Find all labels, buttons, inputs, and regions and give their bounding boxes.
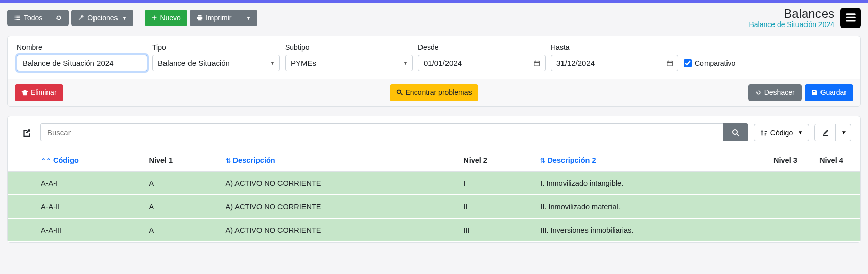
nombre-label: Nombre (17, 43, 147, 52)
svg-rect-4 (667, 61, 673, 66)
col-descripcion2[interactable]: ⇅ Descripción 2 (535, 149, 768, 172)
nuevo-button[interactable]: Nuevo (145, 10, 187, 26)
cell-codigo: A-A-III (36, 218, 144, 242)
cell-nivel2: I (458, 171, 535, 195)
subtipo-label: Subtipo (285, 43, 413, 52)
sort-button[interactable]: Código ▼ (754, 124, 809, 141)
nuevo-label: Nuevo (160, 13, 180, 22)
hasta-input[interactable]: 31/12/2024 (551, 55, 678, 71)
todos-button[interactable]: Todos (7, 10, 49, 26)
chevron-down-icon: ▼ (841, 130, 847, 135)
eliminar-label: Eliminar (31, 88, 57, 97)
opciones-button[interactable]: Opciones ▼ (71, 10, 133, 26)
svg-rect-3 (534, 61, 540, 66)
list-icon (14, 14, 21, 21)
table-row[interactable]: A-A-I A A) ACTIVO NO CORRIENTE I I. Inmo… (8, 171, 860, 195)
cell-codigo: A-A-I (36, 171, 144, 195)
svg-rect-1 (846, 17, 856, 18)
deshacer-label: Deshacer (764, 88, 795, 97)
refresh-button[interactable] (49, 10, 69, 26)
plus-icon (151, 15, 157, 21)
tipo-select[interactable]: Balance de Situación (152, 55, 280, 71)
sort-both-icon: ⇅ (226, 157, 231, 164)
table-row[interactable]: A-A-II A A) ACTIVO NO CORRIENTE II II. I… (8, 195, 860, 218)
svg-rect-2 (846, 20, 856, 22)
guardar-button[interactable]: Guardar (805, 84, 853, 101)
main-toolbar: Todos Opciones ▼ Nuevo Imprimir ▼ Balanc… (0, 3, 868, 33)
sort-both-icon: ⇅ (540, 157, 545, 164)
encontrar-problemas-button[interactable]: Encontrar problemas (390, 84, 479, 101)
desde-label: Desde (418, 43, 546, 52)
comparativo-checkbox[interactable] (684, 59, 692, 67)
col-nivel4[interactable]: Nivel 4 (814, 149, 860, 172)
table-settings-dropdown[interactable]: ▼ (836, 124, 851, 141)
deshacer-button[interactable]: Deshacer (748, 84, 802, 101)
calendar-icon (666, 60, 673, 67)
table-row[interactable]: A-A-III A A) ACTIVO NO CORRIENTE III III… (8, 218, 860, 242)
export-button[interactable] (17, 123, 35, 142)
todos-label: Todos (24, 13, 42, 22)
imprimir-button[interactable]: Imprimir (190, 10, 239, 26)
wrench-icon (78, 14, 85, 21)
cell-nivel2: III (458, 218, 535, 242)
cell-descripcion2: II. Inmovilizado material. (535, 195, 768, 218)
svg-point-6 (733, 130, 737, 134)
svg-point-5 (397, 90, 401, 94)
table-settings-button[interactable] (814, 124, 836, 141)
undo-icon (755, 89, 762, 96)
search-input[interactable] (40, 123, 723, 141)
cell-descripcion2: I. Inmovilizado intangible. (535, 171, 768, 195)
cell-descripcion: A) ACTIVO NO CORRIENTE (221, 218, 459, 242)
chevron-down-icon: ▼ (797, 130, 803, 135)
guardar-label: Guardar (820, 88, 847, 97)
page-header: Balances Balance de Situación 2024 (749, 7, 861, 29)
col-descripcion2-label: Descripción 2 (547, 156, 596, 164)
sort-icon (760, 129, 767, 136)
refresh-icon (55, 14, 62, 21)
imprimir-label: Imprimir (206, 13, 232, 22)
search-button[interactable] (723, 123, 748, 141)
cell-codigo: A-A-II (36, 195, 144, 218)
tipo-label: Tipo (152, 43, 280, 52)
export-icon (21, 128, 31, 137)
app-logo (840, 8, 861, 28)
save-icon (811, 89, 818, 96)
data-table: ⌃⌃ Código Nivel 1 ⇅ Descripción Nivel 2 … (8, 149, 860, 242)
paint-icon (821, 129, 829, 137)
opciones-label: Opciones (87, 13, 118, 22)
search-icon (396, 89, 403, 96)
imprimir-dropdown[interactable]: ▼ (238, 10, 257, 26)
col-nivel1[interactable]: Nivel 1 (144, 149, 220, 172)
cell-descripcion: A) ACTIVO NO CORRIENTE (221, 195, 459, 218)
cell-nivel2: II (458, 195, 535, 218)
page-subtitle: Balance de Situación 2024 (749, 20, 834, 29)
trash-icon (21, 89, 28, 96)
sort-label: Código (770, 129, 793, 137)
col-descripcion[interactable]: ⇅ Descripción (221, 149, 459, 172)
col-nivel3[interactable]: Nivel 3 (768, 149, 814, 172)
page-title: Balances (749, 7, 834, 20)
col-nivel2[interactable]: Nivel 2 (458, 149, 535, 172)
cell-descripcion2: III. Inversiones inmobiliarias. (535, 218, 768, 242)
calendar-icon (533, 60, 541, 67)
chevron-down-icon: ▼ (246, 15, 251, 21)
balance-icon (844, 11, 857, 24)
cell-nivel1: A (144, 195, 220, 218)
col-codigo-label: Código (53, 156, 79, 164)
print-icon (196, 14, 203, 21)
svg-rect-0 (846, 14, 856, 15)
eliminar-button[interactable]: Eliminar (15, 84, 63, 101)
encontrar-label: Encontrar problemas (406, 88, 472, 97)
sort-asc-icon: ⌃⌃ (41, 157, 51, 164)
nombre-input[interactable] (17, 55, 147, 71)
table-card: Código ▼ ▼ ⌃⌃ Código Nivel 1 ⇅ D (7, 116, 861, 243)
subtipo-select[interactable]: PYMEs (285, 55, 413, 71)
hasta-label: Hasta (551, 43, 678, 52)
cell-nivel1: A (144, 171, 220, 195)
chevron-down-icon: ▼ (122, 15, 127, 21)
cell-descripcion: A) ACTIVO NO CORRIENTE (221, 171, 459, 195)
form-card: Nombre Tipo Balance de Situación Subtipo… (7, 36, 861, 106)
col-descripcion-label: Descripción (233, 156, 275, 164)
col-codigo[interactable]: ⌃⌃ Código (36, 149, 144, 172)
desde-input[interactable]: 01/01/2024 (418, 55, 546, 71)
